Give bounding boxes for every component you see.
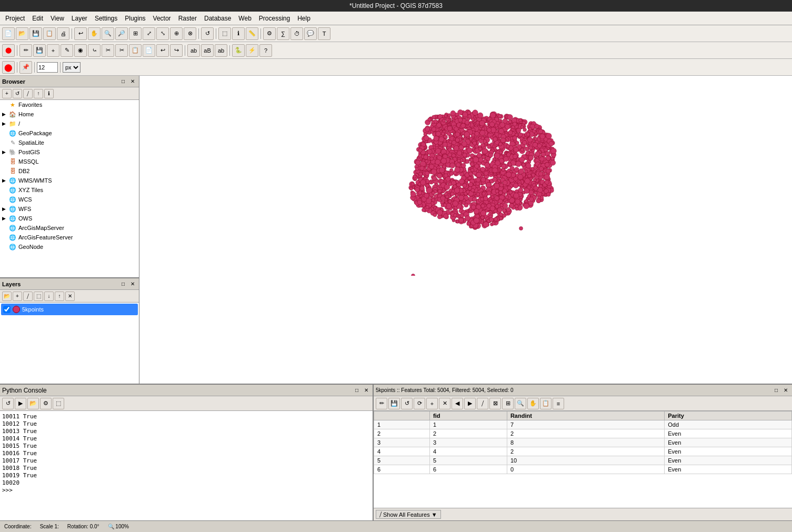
label-layer-btn[interactable]: ⬤ <box>2 61 15 74</box>
browser-refresh-btn[interactable]: ↺ <box>13 89 22 98</box>
open-project-button[interactable]: 📂 <box>16 27 28 40</box>
menu-project[interactable]: Project <box>2 14 28 23</box>
attr-select2-btn[interactable]: ▶ <box>464 398 476 409</box>
toggle-edit-btn[interactable]: ✏ <box>19 44 32 57</box>
console-close-btn[interactable]: ✕ <box>362 386 370 395</box>
pin-label-btn[interactable]: 📌 <box>19 61 32 74</box>
attr-close-btn[interactable]: ✕ <box>781 386 790 395</box>
help-btn[interactable]: ? <box>259 44 272 57</box>
col-randint[interactable]: Randint <box>507 411 664 420</box>
menu-raster[interactable]: Raster <box>175 14 200 23</box>
attr-float-btn[interactable]: □ <box>772 386 780 395</box>
layer-checkbox[interactable] <box>3 306 11 313</box>
browser-item-postgis[interactable]: ▶ 🐘 PostGIS <box>0 147 139 157</box>
browser-item-wfs[interactable]: ▶ 🌐 WFS <box>0 204 139 214</box>
col-rownum[interactable] <box>374 411 430 420</box>
attr-field-btn[interactable]: ≡ <box>553 398 564 409</box>
console-run-btn[interactable]: ▶ <box>15 398 26 409</box>
zoom-native-button[interactable]: ⊞ <box>129 27 142 40</box>
tips-btn[interactable]: 💬 <box>304 27 317 40</box>
browser-item-mssql[interactable]: 🗄 MSSQL <box>0 157 139 166</box>
menu-database[interactable]: Database <box>201 14 234 23</box>
zoom-full-button[interactable]: ⤢ <box>143 27 155 40</box>
menu-vector[interactable]: Vector <box>150 14 174 23</box>
browser-close-btn[interactable]: ✕ <box>128 77 137 86</box>
zoom-in-button[interactable]: 🔍 <box>102 27 114 40</box>
undo-button[interactable]: ↩ <box>74 27 87 40</box>
layers-close-btn[interactable]: ✕ <box>128 280 137 288</box>
layer-5kpoints[interactable]: 5kpoints <box>1 304 138 315</box>
browser-item-ows[interactable]: ▶ 🌐 OWS <box>0 214 139 223</box>
layers-del-btn[interactable]: ✕ <box>65 292 75 301</box>
edit-red-btn[interactable]: ⬤ <box>2 44 15 57</box>
browser-item-spatialite[interactable]: ✎ SpatiaLite <box>0 138 139 147</box>
show-all-features-button[interactable]: ⧸ Show All Features ▼ <box>376 510 441 519</box>
menu-layer[interactable]: Layer <box>68 14 91 23</box>
console-clear-btn[interactable]: ↺ <box>2 398 14 409</box>
console-editor-btn[interactable]: ⬚ <box>53 398 64 409</box>
console-output[interactable]: 10011 True 10012 True 10013 True 10014 T… <box>0 411 373 520</box>
save-project-button[interactable]: 💾 <box>29 27 42 40</box>
browser-item-arcgismap[interactable]: 🌐 ArcGisMapServer <box>0 223 139 233</box>
attr-select-btn[interactable]: ◀ <box>452 398 463 409</box>
print-button[interactable]: 🖨 <box>57 27 69 40</box>
browser-collapse-btn[interactable]: ↑ <box>34 89 43 98</box>
map-canvas[interactable] <box>139 76 792 384</box>
pan-button[interactable]: ✋ <box>88 27 101 40</box>
attr-edit-btn[interactable]: ✏ <box>376 398 387 409</box>
node-btn[interactable]: ◉ <box>74 44 87 57</box>
attr-invert-btn[interactable]: ⊞ <box>502 398 514 409</box>
browser-item-xyz[interactable]: 🌐 XYZ Tiles <box>0 185 139 195</box>
zoom-selection-button[interactable]: ⊕ <box>170 27 183 40</box>
zoom-out-button[interactable]: 🔎 <box>115 27 128 40</box>
menu-view[interactable]: View <box>47 14 67 23</box>
layers-float-btn[interactable]: □ <box>119 280 127 288</box>
console-open-btn[interactable]: 📂 <box>27 398 39 409</box>
browser-item-favorites[interactable]: ★ Favorites <box>0 100 139 109</box>
save-edit-btn[interactable]: 💾 <box>33 44 46 57</box>
attr-refresh-btn[interactable]: ⟳ <box>414 398 425 409</box>
pan-map-button[interactable]: ⊗ <box>184 27 196 40</box>
layers-down-btn[interactable]: ↓ <box>44 292 54 301</box>
del-btn[interactable]: ✂ <box>102 44 114 57</box>
attr-copy-btn[interactable]: 📋 <box>540 398 552 409</box>
layers-filter2-btn[interactable]: ⬚ <box>34 292 43 301</box>
menu-processing[interactable]: Processing <box>256 14 293 23</box>
attr-deselect-btn[interactable]: ⊠ <box>489 398 501 409</box>
plugin2-btn[interactable]: ⚡ <box>246 44 258 57</box>
measure-button[interactable]: 📏 <box>246 27 258 40</box>
undo-edit-btn[interactable]: ↩ <box>156 44 169 57</box>
paste-btn[interactable]: 📄 <box>143 44 155 57</box>
browser-filter-btn[interactable]: ⧸ <box>23 89 33 98</box>
attr-pan-btn[interactable]: ✋ <box>527 398 539 409</box>
select-feature-button[interactable]: ⬚ <box>218 27 231 40</box>
digitize-btn[interactable]: ✎ <box>61 44 73 57</box>
attr-filter-btn[interactable]: ⧸ <box>477 398 488 409</box>
text-btn[interactable]: T <box>318 27 330 40</box>
plugins-btn[interactable]: ⚙ <box>263 27 276 40</box>
font-size-input[interactable]: 12 <box>37 62 58 73</box>
menu-plugins[interactable]: Plugins <box>122 14 148 23</box>
attr-del-btn[interactable]: ✕ <box>439 398 450 409</box>
identify-button[interactable]: ℹ <box>232 27 245 40</box>
browser-item-arcgisfeat[interactable]: 🌐 ArcGisFeatureServer <box>0 233 139 242</box>
stats-btn[interactable]: ∑ <box>277 27 289 40</box>
attr-reload-btn[interactable]: ↺ <box>401 398 413 409</box>
console-float-btn[interactable]: □ <box>353 386 361 395</box>
refresh-button[interactable]: ↺ <box>201 27 214 40</box>
clock-btn[interactable]: ⏱ <box>290 27 303 40</box>
menu-edit[interactable]: Edit <box>29 14 46 23</box>
layers-add-btn[interactable]: + <box>13 292 22 301</box>
new-project-button[interactable]: 📄 <box>2 27 15 40</box>
cut-btn[interactable]: ✂ <box>115 44 128 57</box>
browser-item-geopackage[interactable]: 🌐 GeoPackage <box>0 128 139 138</box>
menu-help[interactable]: Help <box>294 14 314 23</box>
copy-btn[interactable]: 📋 <box>129 44 142 57</box>
col-parity[interactable]: Parity <box>665 411 792 420</box>
attr-save-btn[interactable]: 💾 <box>388 398 400 409</box>
browser-item-wms[interactable]: ▶ 🌐 WMS/WMTS <box>0 176 139 185</box>
browser-item-wcs[interactable]: 🌐 WCS <box>0 195 139 204</box>
browser-item-geonode[interactable]: 🌐 GeoNode <box>0 242 139 252</box>
layers-filter-btn[interactable]: ⧸ <box>23 292 33 301</box>
menu-web[interactable]: Web <box>235 14 254 23</box>
